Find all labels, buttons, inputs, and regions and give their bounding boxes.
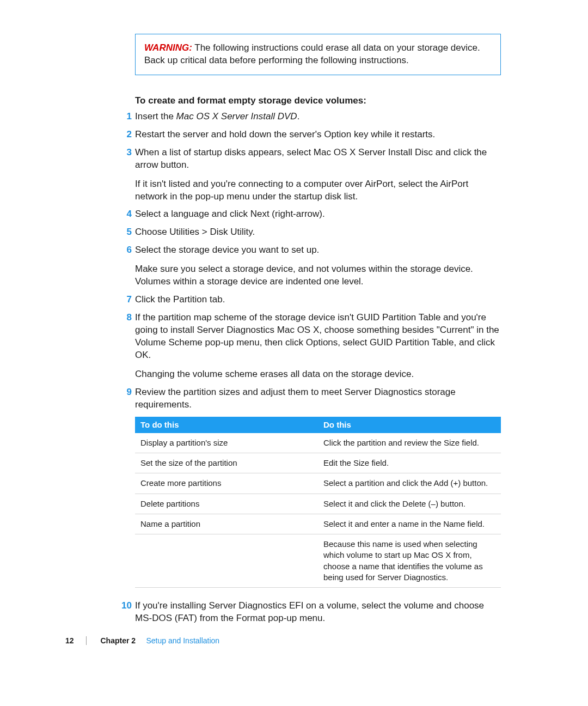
step-text: Select the storage device you want to se… [135, 244, 501, 257]
steps-list-continued: 10 If you're installing Server Diagnosti… [135, 600, 501, 625]
step-item: 7 Click the Partition tab. [135, 294, 501, 306]
step-number: 7 [123, 294, 132, 306]
warning-box: WARNING: The following instructions coul… [135, 34, 501, 75]
step-text: If it isn't listed and you're connecting… [135, 178, 501, 203]
spacer [138, 636, 144, 645]
page: WARNING: The following instructions coul… [0, 0, 588, 706]
chapter-label: Chapter 2 [100, 636, 136, 645]
step-number: 10 [120, 600, 132, 612]
table-cell: Create more partitions [135, 473, 318, 494]
step-number: 9 [123, 386, 132, 399]
step-text: Choose Utilities > Disk Utility. [135, 226, 501, 239]
step-item: 4 Select a language and click Next (righ… [135, 208, 501, 221]
warning-label: WARNING: [144, 42, 192, 53]
step-number: 2 [123, 129, 132, 141]
step-number: 4 [123, 208, 132, 221]
table-row: Display a partition's size Click the par… [135, 433, 501, 453]
step-text: Changing the volume scheme erases all da… [135, 368, 501, 381]
table-cell: Select it and click the Delete (–) butto… [318, 494, 501, 514]
table-header-row: To do this Do this [135, 417, 501, 433]
page-footer: 12 Chapter 2 Setup and Installation [65, 636, 219, 646]
table-header: To do this [135, 417, 318, 433]
step-number: 8 [123, 312, 132, 324]
step-text: If the partition map scheme of the stora… [135, 312, 501, 362]
step-item: 2 Restart the server and hold down the s… [135, 129, 501, 141]
instruction-table: To do this Do this Display a partition's… [135, 417, 501, 588]
table-cell: Select a partition and click the Add (+)… [318, 473, 501, 494]
table-cell: Because this name is used when selecting… [318, 534, 501, 588]
table-cell: Select it and enter a name in the Name f… [318, 514, 501, 534]
step-item: 9 Review the partition sizes and adjust … [135, 386, 501, 411]
table-cell: Delete partitions [135, 494, 318, 514]
text: Insert the [135, 111, 176, 121]
product-name: Mac OS X Server Install DVD [176, 111, 297, 121]
step-item: 1 Insert the Mac OS X Server Install DVD… [135, 111, 501, 123]
table-cell: Edit the Size field. [318, 453, 501, 473]
table-row: Delete partitions Select it and click th… [135, 494, 501, 514]
warning-body: The following instructions could erase a… [144, 42, 480, 65]
text: . [297, 111, 300, 121]
step-item: 3 When a list of startup disks appears, … [135, 147, 501, 203]
step-number: 3 [123, 147, 132, 159]
table-cell [135, 534, 318, 588]
table-row: Because this name is used when selecting… [135, 534, 501, 588]
step-text: Make sure you select a storage device, a… [135, 263, 501, 288]
step-item: 10 If you're installing Server Diagnosti… [135, 600, 501, 625]
table-row: Create more partitions Select a partitio… [135, 473, 501, 494]
step-text: When a list of startup disks appears, se… [135, 147, 501, 172]
step-number: 6 [123, 244, 132, 257]
table-row: Name a partition Select it and enter a n… [135, 514, 501, 534]
step-text: Select a language and click Next (right-… [135, 208, 501, 221]
step-item: 5 Choose Utilities > Disk Utility. [135, 226, 501, 239]
page-number: 12 [65, 636, 87, 645]
step-number: 5 [123, 226, 132, 239]
table-cell: Name a partition [135, 514, 318, 534]
table-cell: Click the partition and review the Size … [318, 433, 501, 453]
steps-list: 1 Insert the Mac OS X Server Install DVD… [135, 111, 501, 411]
step-item: 8 If the partition map scheme of the sto… [135, 312, 501, 381]
step-item: 6 Select the storage device you want to … [135, 244, 501, 288]
table-cell: Display a partition's size [135, 433, 318, 453]
step-text: If you're installing Server Diagnostics … [135, 600, 501, 625]
table-row: Set the size of the partition Edit the S… [135, 453, 501, 473]
step-text: Insert the Mac OS X Server Install DVD. [135, 111, 501, 123]
step-text: Click the Partition tab. [135, 294, 501, 306]
section-heading: To create and format empty storage devic… [135, 95, 501, 107]
chapter-title: Setup and Installation [146, 636, 220, 645]
step-text: Review the partition sizes and adjust th… [135, 386, 501, 411]
table-header: Do this [318, 417, 501, 433]
step-text: Restart the server and hold down the ser… [135, 129, 501, 141]
step-number: 1 [123, 111, 132, 123]
table-cell: Set the size of the partition [135, 453, 318, 473]
